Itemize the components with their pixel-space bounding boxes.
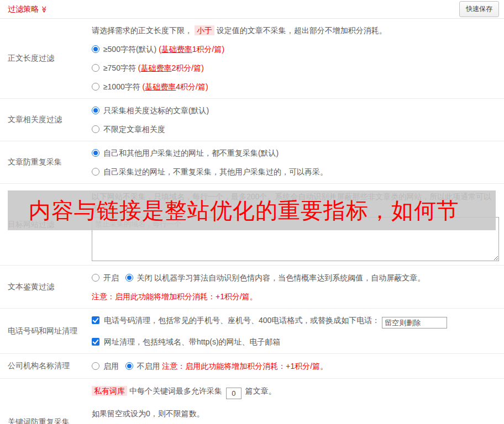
fee-note: (基础费率4积分/篇): [143, 82, 208, 91]
company-cleanup-note: 注意：启用此功能将增加积分消耗：+1积分/篇。: [162, 362, 328, 370]
option-label[interactable]: ≥750字符: [103, 63, 136, 72]
length-option-1000[interactable]: ≥1000字符 (基础费率4积分/篇): [92, 81, 499, 92]
row-label: 文本鉴黄过滤: [0, 266, 92, 308]
intro-post: 设定值的文章不采集，超出部分不增加积分消耗。: [217, 26, 387, 35]
radio-porn-off[interactable]: [125, 274, 133, 282]
relevance-option-any[interactable]: 不限定文章相关度: [92, 124, 499, 135]
dedup-option-global[interactable]: 自己和其他用户采集过的网址，都不重复采集(默认): [92, 147, 499, 158]
radio-company-enable[interactable]: [92, 362, 99, 370]
option-label[interactable]: ≥1000字符: [103, 82, 140, 91]
porn-filter-note: 注意：启用此功能将增加积分消耗：+1积分/篇。: [92, 291, 499, 302]
fee-rate-link[interactable]: 基础费率: [161, 45, 192, 54]
porn-filter-description: 以机器学习算法自动识别色情内容，当色情概率达到系统阈值，自动屏蔽文章。: [154, 273, 425, 282]
keyword-limit-line: 私有词库 中每个关键词最多允许采集 篇文章。: [92, 385, 499, 399]
intro-pre: 请选择需求的正文长度下限，: [92, 26, 192, 35]
checkbox-url-cleanup[interactable]: [92, 338, 99, 346]
fee-note: (基础费率1积分/篇): [159, 45, 224, 54]
ad-banner-overlay[interactable]: 内容与链接是整站优化的重要指标，如何节: [8, 190, 496, 230]
row-porn-filter: 文本鉴黄过滤 开启 关闭 以机器学习算法自动识别色情内容，当色情概率达到系统阈值…: [0, 266, 504, 309]
row-dedup-collection: 文章防重复采集 自己和其他用户采集过的网址，都不重复采集(默认) 自己采集过的网…: [0, 141, 504, 184]
dedup-option-self[interactable]: 自己采集过的网址，不重复采集，其他用户采集过的，可以再采。: [92, 166, 499, 177]
row-relevance-filter: 文章相关度过滤 只采集相关度达标的文章(默认) 不限定文章相关度: [0, 99, 504, 141]
row-content-length-filter: 正文长度过滤 请选择需求的正文长度下限， 小于 设定值的文章不采集，超出部分不增…: [0, 19, 504, 99]
row-label: 关键词防重复采集: [0, 379, 92, 424]
checkbox-label[interactable]: 电话号码清理，包括常见的手机号、座机号、400电话格式，或替换成如下电话：: [104, 316, 380, 325]
length-option-500[interactable]: ≥500字符(默认) (基础费率1积分/篇): [92, 44, 499, 55]
row-phone-url-cleanup: 电话号码和网址清理 电话号码清理，包括常见的手机号、座机号、400电话格式，或替…: [0, 309, 504, 354]
radio-relevance-any[interactable]: [92, 125, 99, 133]
fee-rate-link[interactable]: 基础费率: [145, 82, 176, 91]
option-label[interactable]: ≥500字符(默认): [103, 45, 156, 54]
option-label[interactable]: 不限定文章相关度: [103, 125, 165, 134]
fee-note: (基础费率2积分/篇): [138, 63, 204, 72]
keyword-note-zero: 如果留空或设为0，则不限篇数。: [92, 408, 499, 419]
porn-option-on[interactable]: 开启: [92, 273, 121, 282]
phone-cleanup-line: 电话号码清理，包括常见的手机号、座机号、400电话格式，或替换成如下电话：: [92, 315, 499, 328]
row-label: 公司机构名称清理: [0, 354, 92, 378]
option-label[interactable]: 开启: [103, 273, 119, 282]
limit-text: 中每个关键词最多允许采集: [129, 386, 222, 395]
page-header: 过滤策略 ≫ 快速保存: [0, 0, 504, 19]
fee-rate-link[interactable]: 基础费率: [141, 63, 172, 72]
filter-strategy-page: 过滤策略 ≫ 快速保存 正文长度过滤 请选择需求的正文长度下限， 小于 设定值的…: [0, 0, 504, 424]
fee-rest: 2积分/篇): [172, 63, 204, 72]
fee-rest: 1积分/篇): [192, 45, 224, 54]
fee-rest: 4积分/篇): [176, 82, 208, 91]
limit-text-suffix: 篇文章。: [245, 386, 276, 395]
radio-500[interactable]: [92, 45, 99, 53]
radio-750[interactable]: [92, 64, 99, 72]
keyword-limit-input[interactable]: [226, 388, 242, 399]
option-label[interactable]: 启用: [103, 362, 119, 370]
option-label[interactable]: 关闭: [136, 273, 152, 282]
relevance-option-strict[interactable]: 只采集相关度达标的文章(默认): [92, 105, 499, 116]
intro-highlight: 小于: [195, 25, 214, 35]
company-cleanup-options: 启用 不启用 注意：启用此功能将增加积分消耗：+1积分/篇。: [92, 361, 499, 372]
row-company-name-cleanup: 公司机构名称清理 启用 不启用 注意：启用此功能将增加积分消耗：+1积分/篇。: [0, 354, 504, 379]
radio-1000[interactable]: [92, 83, 99, 91]
radio-porn-on[interactable]: [92, 274, 99, 282]
row-keyword-dedup: 关键词防重复采集 私有词库 中每个关键词最多允许采集 篇文章。 如果留空或设为0…: [0, 379, 504, 424]
radio-relevance-strict[interactable]: [92, 107, 99, 114]
radio-company-disable[interactable]: [125, 362, 133, 370]
option-label[interactable]: 不启用: [136, 362, 160, 370]
quick-save-button[interactable]: 快速保存: [459, 1, 499, 17]
company-option-disable[interactable]: 不启用: [125, 362, 162, 370]
replacement-phone-input[interactable]: [382, 317, 447, 328]
row-label: 文章防重复采集: [0, 141, 92, 183]
porn-filter-options: 开启 关闭 以机器学习算法自动识别色情内容，当色情概率达到系统阈值，自动屏蔽文章…: [92, 272, 499, 283]
page-title-text: 过滤策略: [8, 4, 39, 14]
ad-banner-text[interactable]: 内容与链接是整站优化的重要指标，如何节: [8, 195, 459, 226]
content-length-intro: 请选择需求的正文长度下限， 小于 设定值的文章不采集，超出部分不增加积分消耗。: [92, 25, 499, 36]
url-cleanup-line: 网址清理，包括纯域名、带http(s)的网址、电子邮箱: [92, 336, 499, 347]
page-title[interactable]: 过滤策略 ≫: [8, 4, 48, 14]
row-label: 正文长度过滤: [0, 19, 92, 98]
chevron-down-icon: ≫: [41, 6, 48, 13]
checkbox-label[interactable]: 网址清理，包括纯域名、带http(s)的网址、电子邮箱: [104, 337, 281, 346]
option-label[interactable]: 自己和其他用户采集过的网址，都不重复采集(默认): [103, 149, 279, 157]
radio-dedup-self[interactable]: [92, 168, 99, 176]
radio-dedup-global[interactable]: [92, 149, 99, 157]
checkbox-phone-cleanup[interactable]: [92, 316, 99, 324]
option-label[interactable]: 只采集相关度达标的文章(默认): [103, 106, 209, 115]
length-option-750[interactable]: ≥750字符 (基础费率2积分/篇): [92, 62, 499, 73]
row-label: 电话号码和网址清理: [0, 309, 92, 353]
row-label: 文章相关度过滤: [0, 99, 92, 141]
option-label[interactable]: 自己采集过的网址，不重复采集，其他用户采集过的，可以再采。: [103, 167, 328, 176]
porn-option-off[interactable]: 关闭: [125, 273, 155, 282]
company-option-enable[interactable]: 启用: [92, 362, 121, 370]
private-lexicon-tag[interactable]: 私有词库: [92, 386, 127, 396]
